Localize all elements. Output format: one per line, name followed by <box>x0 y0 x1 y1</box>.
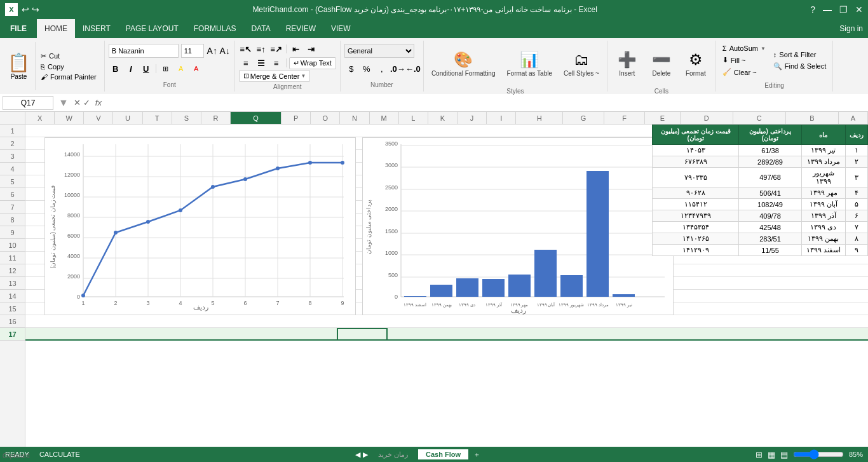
tab-view[interactable]: VIEW <box>323 19 358 38</box>
row-header-15[interactable]: 15 <box>0 302 25 315</box>
font-size-input[interactable] <box>181 44 204 58</box>
formula-input[interactable] <box>107 96 865 110</box>
cell-payment[interactable]: 506/41 <box>739 187 801 199</box>
col-header-h[interactable]: H <box>516 112 563 124</box>
align-right-button[interactable]: ≡ <box>269 56 283 70</box>
tab-insert[interactable]: INSERT <box>75 19 118 38</box>
percent-button[interactable]: % <box>360 62 374 76</box>
cell-month[interactable]: مرداد ۱۳۹۹ <box>801 156 845 168</box>
cell-cumulative[interactable]: ۹۰۶۲۸ <box>653 187 739 199</box>
cell-payment[interactable]: 497/68 <box>739 168 801 187</box>
row-header-11[interactable]: 11 <box>0 252 25 264</box>
cell-payment[interactable]: 409/78 <box>739 210 801 222</box>
sheet-scroll-right[interactable]: ▶ <box>363 451 368 459</box>
bold-button[interactable]: B <box>109 62 123 76</box>
active-cell-q17[interactable] <box>337 328 388 341</box>
col-header-s[interactable]: S <box>172 112 201 124</box>
align-center-button[interactable]: ☰ <box>254 56 268 70</box>
merge-center-button[interactable]: ⊡ Merge & Center ▼ <box>239 70 311 82</box>
help-button[interactable]: ? <box>810 4 815 15</box>
tab-page-layout[interactable]: PAGE LAYOUT <box>118 19 186 38</box>
row-header-17[interactable]: 17 <box>0 328 25 341</box>
sheet-tab-inactive[interactable]: زمان خرید <box>370 449 416 460</box>
col-header-i[interactable]: I <box>487 112 516 124</box>
fill-button[interactable]: ⬇ Fill ~ <box>720 55 768 65</box>
cell-row-num[interactable]: ۹ <box>846 245 868 256</box>
cell-payment[interactable]: 1082/49 <box>739 199 801 210</box>
decrease-font-size-button[interactable]: A↓ <box>219 45 231 57</box>
cell-row-num[interactable]: ۱ <box>846 145 868 156</box>
cell-row-num[interactable]: ۸ <box>846 233 868 245</box>
add-sheet-button[interactable]: ＋ <box>473 450 480 459</box>
redo-button[interactable]: ↪ <box>32 4 39 15</box>
comma-button[interactable]: , <box>375 62 389 76</box>
align-left-button[interactable]: ≡ <box>239 56 253 70</box>
autosum-button[interactable]: Σ AutoSum ▼ <box>720 43 768 53</box>
col-header-d[interactable]: D <box>681 112 733 124</box>
number-format-select[interactable]: General <box>344 44 414 58</box>
row-header-1[interactable]: 1 <box>0 125 25 137</box>
paste-button[interactable]: 📋 Paste <box>3 42 36 90</box>
col-header-c[interactable]: C <box>733 112 786 124</box>
col-header-r[interactable]: R <box>201 112 231 124</box>
cell-payment[interactable]: 283/51 <box>739 233 801 245</box>
cell-row-num[interactable]: ۲ <box>846 156 868 168</box>
cell-cumulative[interactable]: ۱۲۳۴۷۹۳۹ <box>653 210 739 222</box>
cell-cumulative[interactable]: ۶۷۶۳۸۹ <box>653 156 739 168</box>
align-top-right-button[interactable]: ≡↗ <box>269 42 283 56</box>
cell-row-num[interactable]: ۷ <box>846 222 868 233</box>
col-header-a[interactable]: A <box>839 112 868 124</box>
decrease-indent-button[interactable]: ⇤ <box>289 42 303 56</box>
col-header-w[interactable]: W <box>55 112 84 124</box>
grid-main[interactable]: ردیف قیمت زمان تجمعی (میلیون تومان) 0 20… <box>25 125 868 447</box>
align-top-left-button[interactable]: ≡↖ <box>239 42 253 56</box>
cell-month[interactable]: دی ۱۳۹۹ <box>801 222 845 233</box>
row-header-12[interactable]: 12 <box>0 264 25 277</box>
cell-payment[interactable]: 11/55 <box>739 245 801 256</box>
tab-review[interactable]: REVIEW <box>278 19 323 38</box>
cell-row-num[interactable]: ۳ <box>846 168 868 187</box>
cell-month[interactable]: بهمن ۱۳۹۹ <box>801 233 845 245</box>
cell-row-num[interactable]: ۴ <box>846 187 868 199</box>
italic-button[interactable]: I <box>124 62 138 76</box>
col-header-u[interactable]: U <box>113 112 142 124</box>
decrease-decimal-button[interactable]: ←.0 <box>405 62 419 76</box>
find-select-button[interactable]: 🔍 Find & Select <box>771 61 829 72</box>
currency-button[interactable]: $ <box>344 62 358 76</box>
sort-filter-button[interactable]: ↕ Sort & Filter <box>771 50 829 60</box>
file-tab[interactable]: FILE <box>0 19 37 38</box>
confirm-formula-button[interactable]: ✓ <box>83 98 90 107</box>
cell-cumulative[interactable]: ۱۳۴۵۳۵۴ <box>653 222 739 233</box>
zoom-slider[interactable] <box>793 449 844 459</box>
col-header-q[interactable]: Q <box>231 112 281 124</box>
cancel-formula-button[interactable]: ✕ <box>74 98 81 107</box>
row-header-7[interactable]: 7 <box>0 201 25 214</box>
row-header-16[interactable]: 16 <box>0 315 25 328</box>
col-header-j[interactable]: J <box>458 112 487 124</box>
underline-button[interactable]: U <box>139 62 153 76</box>
col-header-f[interactable]: F <box>604 112 646 124</box>
format-button[interactable]: ⚙ Format <box>680 42 712 86</box>
col-header-v[interactable]: V <box>84 112 113 124</box>
cell-month[interactable]: اسفند ۱۳۹۹ <box>801 245 845 256</box>
align-top-center-button[interactable]: ≡↑ <box>254 42 268 56</box>
row-header-14[interactable]: 14 <box>0 290 25 302</box>
col-header-o[interactable]: O <box>311 112 340 124</box>
col-header-m[interactable]: M <box>370 112 399 124</box>
font-name-input[interactable] <box>109 44 179 58</box>
increase-decimal-button[interactable]: .0→ <box>390 62 404 76</box>
sign-in-link[interactable]: Sign in <box>839 24 868 33</box>
tab-data[interactable]: DATA <box>243 19 278 38</box>
copy-button[interactable]: ⎘ Copy <box>39 62 98 71</box>
format-as-table-button[interactable]: 📊 Format as Table <box>503 42 556 86</box>
increase-indent-button[interactable]: ⇥ <box>304 42 318 56</box>
cell-reference-input[interactable] <box>3 96 53 110</box>
cell-payment[interactable]: 2892/89 <box>739 156 801 168</box>
row-header-6[interactable]: 6 <box>0 188 25 201</box>
row-header-5[interactable]: 5 <box>0 175 25 188</box>
cut-button[interactable]: ✂ Cut <box>39 51 98 61</box>
minimize-button[interactable]: — <box>823 4 832 15</box>
wrap-text-button[interactable]: ↵ Wrap Text <box>289 57 336 69</box>
undo-button[interactable]: ↩ <box>22 4 29 15</box>
cell-cumulative[interactable]: ۱۱۵۴۱۲ <box>653 199 739 210</box>
